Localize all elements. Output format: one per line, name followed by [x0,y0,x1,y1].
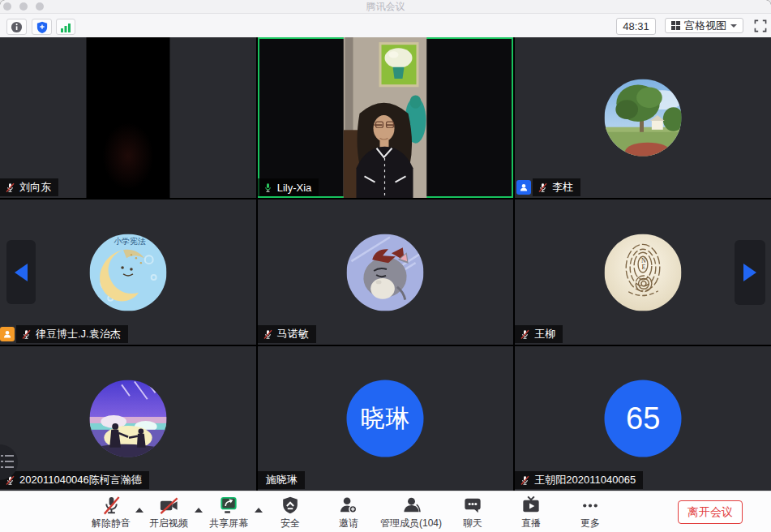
live-tv-icon [520,495,542,517]
fullscreen-button[interactable] [753,19,767,32]
participant-tile-wangliu[interactable]: N E 王柳 [515,200,771,345]
title-bar: 腾讯会议 [0,0,771,14]
meeting-window: 腾讯会议 48:31 宫格视图 刘向东 [0,0,771,532]
nameplate: 马诺敏 [258,325,316,343]
participant-tile-wangchaoyang[interactable]: 65 王朝阳202011040065 [515,346,771,491]
mic-muted-icon [520,475,530,486]
participant-name: Lily-Xia [277,182,312,194]
members-icon [400,495,422,517]
participant-name: 王朝阳202011040065 [534,473,636,487]
nameplate: 王朝阳202011040065 [515,471,643,489]
webcam-portrait [344,37,427,198]
participant-tile-manuomin[interactable]: 马诺敏 [258,200,514,345]
mic-muted-icon [538,182,548,193]
video-feed [344,37,427,198]
unmute-button[interactable]: 解除静音 [92,495,131,530]
nameplate: 施晓琳 [258,471,305,489]
invite-button[interactable]: 邀请 [338,495,360,530]
avatar-tree [605,79,682,157]
meeting-security-button[interactable] [32,19,52,35]
fullscreen-icon [754,19,767,32]
more-dots-icon [580,495,602,517]
next-page-button[interactable] [735,240,765,305]
shield-icon [280,495,301,517]
participant-tile-lilyxia[interactable]: Lily-Xia [258,37,514,198]
avatar-text: 晓琳 [360,402,410,435]
network-signal-icon [60,22,71,32]
participant-tile-lizhu[interactable]: 李柱 [515,37,771,198]
window-title: 腾讯会议 [0,0,771,13]
view-mode-label: 宫格视图 [684,19,726,33]
dark-video-feed [86,37,169,198]
more-button[interactable]: 更多 [580,495,602,530]
participant-name: 王柳 [534,327,555,341]
manage-members-button[interactable]: 管理成员(104) [380,495,442,530]
chat-bubble-icon [462,495,484,517]
share-options-expander[interactable] [255,508,263,513]
svg-text:E: E [642,264,646,271]
grid-view-icon [671,21,680,30]
chevron-down-icon [730,24,737,28]
camera-muted-icon [158,495,180,517]
participant-tile-lvdou[interactable]: 小学宪法 律豆博士.J.袁治杰 [0,200,256,345]
arrow-right-icon [743,264,756,281]
participant-name: 202011040046陈柯言瀚德 [19,473,142,487]
avatar-fingerprint: N E [605,234,682,311]
view-mode-button[interactable]: 宫格视图 [665,18,743,33]
share-screen-button[interactable]: 共享屏幕 [209,495,248,530]
avatar-caption: 小学宪法 [114,237,146,246]
meeting-timer: 48:31 [616,18,656,35]
avatar-anime-sky [89,380,166,457]
top-toolbar: 48:31 宫格视图 [0,14,771,37]
video-grid: 刘向东 [0,37,771,491]
nameplate: 李柱 [533,178,580,196]
mic-muted-icon [520,329,530,340]
nameplate: 202011040046陈柯言瀚德 [0,471,149,489]
participant-name: 律豆博士.J.袁治杰 [36,327,121,341]
participant-tile-shixiaolin[interactable]: 晓琳 施晓琳 [258,346,514,491]
meeting-info-button[interactable] [6,19,27,35]
live-stream-button[interactable]: 直播 [520,495,542,530]
participant-name: 马诺敏 [277,327,309,341]
participant-tile-liuxiangdong[interactable]: 刘向东 [0,37,256,198]
participant-name: 施晓琳 [266,473,298,487]
nameplate: 刘向东 [0,178,58,196]
mic-muted-icon [101,495,122,517]
avatar-initials: 65 [605,380,682,457]
network-signal-button[interactable] [56,19,75,35]
participant-name: 李柱 [552,180,573,195]
info-icon [11,21,23,33]
nameplate: 王柳 [515,325,563,343]
start-video-button[interactable]: 开启视频 [149,495,188,530]
invite-person-icon [338,495,360,517]
bottom-toolbar: 解除静音 开启视频 共享屏幕 安全 邀请 管理成员(104) 聊天 [0,491,771,532]
unmute-options-expander[interactable] [135,508,143,513]
participant-name: 刘向东 [19,180,51,195]
user-badge-orange [0,327,15,341]
participant-tile-chenkeyan[interactable]: 202011040046陈柯言瀚德 [0,346,256,491]
video-options-expander[interactable] [195,508,203,513]
security-button[interactable]: 安全 [280,495,301,530]
mic-on-icon [263,182,273,193]
user-icon [2,329,12,339]
nameplate: Lily-Xia [258,178,319,196]
user-icon [519,182,529,192]
avatar-text: 65 [626,401,660,436]
avatar-initials: 晓琳 [347,380,424,457]
mic-muted-icon [263,329,273,340]
share-screen-icon [217,495,240,517]
avatar-cat [347,234,424,311]
chat-button[interactable]: 聊天 [462,495,484,530]
user-badge-blue [516,180,531,195]
previous-page-button[interactable] [6,240,36,304]
leave-meeting-button[interactable]: 离开会议 [678,500,743,524]
nameplate: 律豆博士.J.袁治杰 [16,325,128,343]
avatar-moon: 小学宪法 [89,234,166,311]
shield-plus-icon [36,21,48,33]
arrow-left-icon [15,264,28,281]
mic-muted-icon [5,182,15,193]
mic-muted-icon [21,329,32,340]
